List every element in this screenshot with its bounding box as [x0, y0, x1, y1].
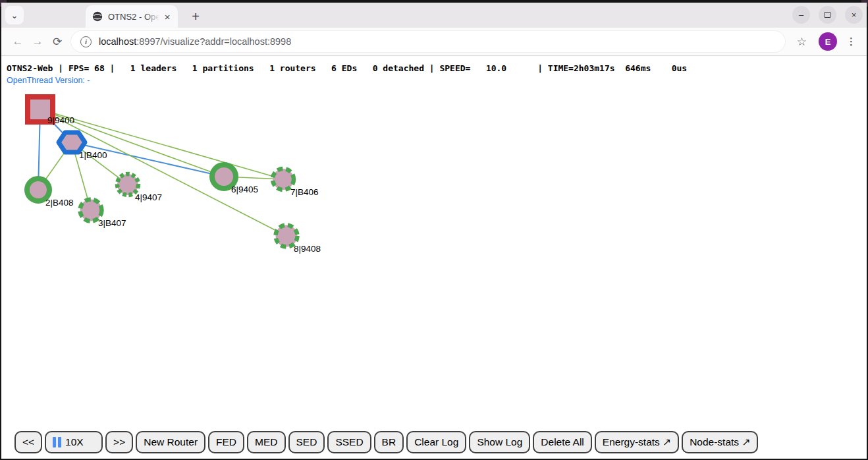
site-info-icon[interactable]: i	[80, 36, 92, 47]
button-label: Node-stats ↗	[690, 436, 750, 448]
window-maximize-button[interactable]	[819, 6, 836, 24]
tab-favicon	[92, 11, 103, 22]
window-minimize-button[interactable]: –	[792, 6, 810, 24]
topology-canvas: 9|94001|B4002|B4083|B4074|94076|94057|B4…	[1, 56, 867, 458]
button-label: SED	[296, 436, 317, 448]
button-label: New Router	[144, 436, 198, 448]
node-label: 3|B407	[98, 218, 126, 228]
node-label: 1|B400	[79, 150, 107, 160]
radio-link	[40, 109, 286, 236]
tab-search-button[interactable]: ⌄	[5, 6, 24, 24]
add-br-button[interactable]: BR	[374, 431, 404, 453]
graph-node-9[interactable]: 9|9400	[28, 97, 74, 125]
speed-down-button[interactable]: <<	[14, 431, 42, 453]
browser-toolbar: ← → ⟳ i localhost:8997/visualize?addr=lo…	[1, 28, 867, 56]
tab-title-fade	[145, 12, 159, 22]
page-content: OTNS2-Web | FPS= 68 | 1 leaders 1 partit…	[1, 56, 867, 459]
graph-node-6[interactable]: 6|9405	[212, 165, 258, 194]
button-label: BR	[382, 436, 396, 448]
button-label: FED	[216, 436, 236, 448]
button-label: Energy-stats ↗	[603, 436, 671, 448]
button-label: Delete All	[541, 436, 583, 448]
graph-node-2[interactable]: 2|B408	[27, 179, 74, 208]
button-label: SSED	[335, 436, 363, 448]
url-text[interactable]: localhost:8997/visualize?addr=localhost:…	[99, 36, 291, 47]
tab-title: OTNS2 - OpenThread Ne	[108, 12, 159, 22]
graph-node-7[interactable]: 7|B406	[273, 169, 319, 197]
graph-node-3[interactable]: 3|B407	[80, 200, 126, 229]
speed-pause-button[interactable]: 10X	[45, 431, 103, 453]
energy-stats-button[interactable]: Energy-stats ↗	[595, 431, 679, 453]
delete-all-button[interactable]: Delete All	[533, 431, 591, 453]
graph-node-8[interactable]: 8|9408	[276, 225, 321, 254]
button-label: <<	[22, 436, 34, 448]
back-icon[interactable]: ←	[8, 32, 28, 51]
address-bar[interactable]: i localhost:8997/visualize?addr=localhos…	[71, 31, 785, 52]
graph-node-1[interactable]: 1|B400	[59, 132, 107, 160]
node-label: 6|9405	[231, 185, 258, 194]
node-label: 7|B406	[290, 187, 319, 197]
pause-icon	[53, 437, 61, 447]
node-label: 8|9408	[294, 244, 321, 254]
tab-strip: ⌄ OTNS2 - OpenThread Ne × + – ×	[1, 3, 867, 28]
window-close-button[interactable]: ×	[845, 6, 863, 24]
button-label: MED	[255, 436, 277, 448]
add-med-button[interactable]: MED	[247, 431, 285, 453]
new-router-button[interactable]: New Router	[136, 431, 205, 453]
add-sed-button[interactable]: SED	[288, 431, 325, 453]
button-label: Clear Log	[414, 436, 458, 448]
sim-toolbar: <<10X>>New RouterFEDMEDSEDSSEDBRClear Lo…	[14, 431, 758, 453]
tab-otns2[interactable]: OTNS2 - OpenThread Ne ×	[86, 5, 178, 28]
graph-node-4[interactable]: 4|9407	[117, 174, 162, 202]
browser-menu-icon[interactable]: ⋮	[846, 36, 856, 47]
node-label: 2|B408	[45, 198, 74, 208]
bookmark-icon[interactable]: ☆	[797, 35, 807, 49]
node-stats-button[interactable]: Node-stats ↗	[682, 431, 758, 453]
profile-avatar[interactable]: E	[819, 32, 837, 51]
new-tab-button[interactable]: +	[187, 8, 204, 25]
tab-close-icon[interactable]: ×	[162, 11, 173, 22]
clear-log-button[interactable]: Clear Log	[406, 431, 466, 453]
browser-window: ⌄ OTNS2 - OpenThread Ne × + – ×	[0, 0, 868, 460]
node-label: 4|9407	[135, 192, 162, 202]
add-ssed-button[interactable]: SSED	[327, 431, 371, 453]
speed-up-button[interactable]: >>	[105, 431, 133, 453]
button-label: 10X	[65, 436, 84, 448]
button-label: >>	[113, 436, 125, 448]
forward-icon[interactable]: →	[28, 32, 47, 51]
reload-icon[interactable]: ⟳	[47, 32, 67, 51]
node-label: 9|9400	[47, 115, 74, 125]
button-label: Show Log	[477, 436, 522, 448]
show-log-button[interactable]: Show Log	[469, 431, 530, 453]
add-fed-button[interactable]: FED	[208, 431, 244, 453]
